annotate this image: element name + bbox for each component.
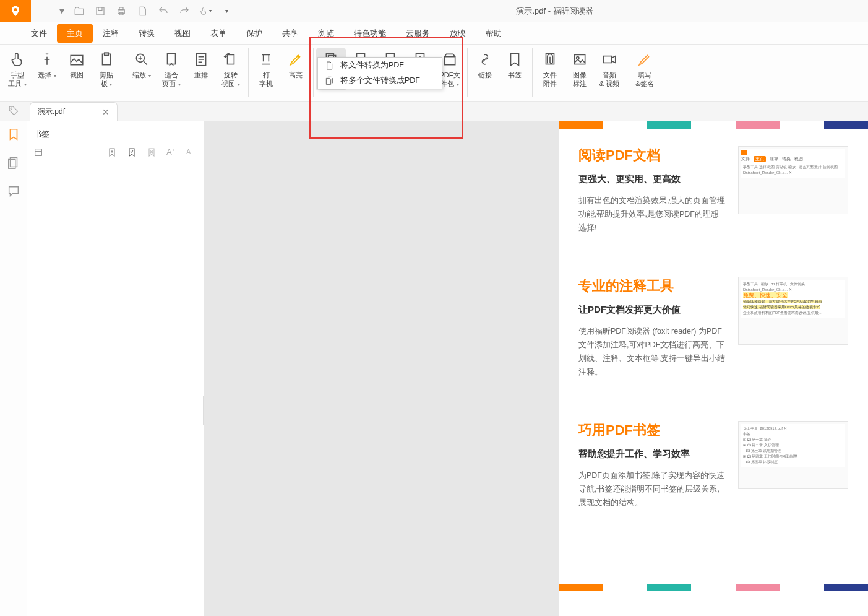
menu-view[interactable]: 视图	[165, 24, 200, 43]
fit-page-icon	[161, 50, 181, 69]
document-tab-title: 演示.pdf	[38, 106, 65, 117]
ribbon-image-annot[interactable]: 图像 标注	[565, 48, 595, 89]
text-smaller-icon[interactable]: A-	[186, 147, 197, 158]
ribbon-label: 缩放 ▾	[132, 71, 150, 80]
doc-section-annotate: 专业的注释工具 让PDF文档发挥更大价值 使用福昕PDF阅读器 (foxit r…	[578, 277, 848, 379]
quick-access-toolbar: ▾ ▾ ▾ 演示.pdf - 福昕阅读器	[0, 0, 868, 22]
comments-panel-icon[interactable]	[6, 183, 22, 199]
ribbon-reflow[interactable]: 重排	[186, 48, 216, 80]
ribbon-fill-sign[interactable]: 填写 &签名	[630, 48, 660, 89]
menu-bar: 文件 主页 注释 转换 视图 表单 保护 共享 浏览 特色功能 云服务 放映 帮…	[0, 22, 868, 45]
image-annot-icon	[570, 50, 590, 69]
text-larger-icon[interactable]: A+	[166, 147, 178, 158]
document-tab[interactable]: 演示.pdf ✕	[30, 102, 118, 121]
menu-help[interactable]: 帮助	[476, 24, 512, 43]
dropdown-item-label: 将文件转换为PDF	[340, 60, 404, 71]
svg-rect-2	[119, 7, 123, 10]
touch-mode-icon[interactable]: ▾	[199, 5, 212, 17]
menu-protect[interactable]: 保护	[236, 24, 272, 43]
ribbon-link[interactable]: 链接	[470, 48, 500, 80]
ribbon-highlight[interactable]: 高亮	[281, 48, 311, 80]
save-icon[interactable]	[94, 5, 106, 17]
menu-present[interactable]: 放映	[440, 24, 476, 43]
panel-title: 书签	[33, 126, 197, 146]
svg-rect-18	[574, 54, 585, 64]
files-icon	[324, 76, 334, 86]
qat-more-icon[interactable]: ▾	[220, 5, 233, 17]
redo-icon[interactable]	[178, 5, 191, 17]
ribbon-label: 链接	[478, 71, 492, 79]
menu-browse[interactable]: 浏览	[308, 24, 344, 43]
section-body: 拥有出色的文档渲染效果,强大的页面管理功能,帮助提升效率,是您阅读PDF的理想选…	[578, 194, 726, 235]
close-tab-icon[interactable]: ✕	[102, 107, 110, 117]
section-heading: 专业的注释工具	[578, 277, 726, 295]
ribbon-zoom[interactable]: 缩放 ▾	[127, 48, 157, 82]
ribbon-label: 选择 ▾	[38, 71, 56, 80]
ribbon-select[interactable]: 选择 ▾	[32, 48, 62, 82]
decorative-stripe	[559, 584, 868, 591]
svg-rect-10	[228, 54, 234, 64]
link-icon	[475, 50, 495, 69]
ribbon-audio-video[interactable]: 音频 & 视频	[595, 48, 624, 89]
svg-rect-8	[168, 53, 176, 64]
ribbon-label: 手型 工具 ▾	[8, 71, 26, 89]
ribbon-label: 填写 &签名	[635, 71, 653, 88]
file-icon	[324, 61, 334, 71]
menu-share[interactable]: 共享	[272, 24, 308, 43]
new-doc-icon[interactable]	[136, 5, 148, 17]
section-subheading: 帮助您提升工作、学习效率	[578, 448, 726, 460]
open-icon[interactable]	[73, 5, 85, 17]
ribbon-rotate-view[interactable]: 旋转 视图 ▾	[216, 48, 246, 90]
ribbon-fit-page[interactable]: 适合 页面 ▾	[157, 48, 186, 90]
ribbon-label: 音频 & 视频	[599, 71, 619, 88]
bookmark-checked-icon[interactable]	[127, 147, 138, 158]
brand-menu-drop-icon[interactable]: ▾	[59, 5, 64, 17]
print-icon[interactable]	[115, 5, 127, 17]
pdf-page: 阅读PDF文档 更强大、更实用、更高效 拥有出色的文档渲染效果,强大的页面管理功…	[559, 121, 868, 616]
menu-convert[interactable]: 转换	[129, 24, 165, 43]
ribbon-typewriter[interactable]: 打 字机	[251, 48, 281, 89]
svg-rect-24	[35, 149, 42, 156]
rotate-view-icon	[221, 50, 241, 69]
ribbon-bookmark[interactable]: 书签	[500, 48, 530, 80]
dropdown-convert-to-pdf[interactable]: 将文件转换为PDF	[318, 58, 442, 73]
bookmark-panel-icon[interactable]	[6, 126, 22, 142]
left-icon-bar	[0, 121, 27, 616]
ribbon-snapshot[interactable]: 截图	[62, 48, 92, 80]
ribbon-label: 图像 标注	[573, 71, 587, 88]
menu-form[interactable]: 表单	[200, 24, 236, 43]
menu-features[interactable]: 特色功能	[344, 24, 396, 43]
section-body: 为PDF页面添加书签,除了实现内容的快速导航,书签还能指明不同书签的层级关系,展…	[578, 469, 726, 510]
menu-cloud[interactable]: 云服务	[396, 24, 440, 43]
menu-comment[interactable]: 注释	[93, 24, 129, 43]
section-subheading: 更强大、更实用、更高效	[578, 173, 726, 185]
audio-video-icon	[599, 50, 619, 69]
section-heading: 阅读PDF文档	[578, 146, 726, 165]
pages-panel-icon[interactable]	[6, 155, 22, 171]
bookmark-icon	[505, 50, 525, 69]
tag-icon[interactable]	[0, 101, 27, 121]
undo-icon[interactable]	[157, 5, 170, 17]
dropdown-convert-multi-to-pdf[interactable]: 将多个文件转换成PDF	[318, 73, 442, 89]
dropdown-item-label: 将多个文件转换成PDF	[340, 76, 420, 86]
bookmarks-panel: 书签 A+ A-	[27, 121, 204, 616]
svg-rect-1	[118, 9, 125, 13]
menu-home[interactable]: 主页	[57, 24, 93, 43]
ribbon-clipboard[interactable]: 剪贴 板 ▾	[92, 48, 121, 90]
panel-layout-icon[interactable]	[33, 147, 45, 158]
ribbon-hand-tool[interactable]: 手型 工具 ▾	[2, 48, 32, 90]
ribbon-label: 打 字机	[259, 71, 273, 88]
delete-bookmark-icon[interactable]	[147, 147, 158, 158]
window-title: 演示.pdf - 福昕阅读器	[241, 6, 868, 17]
menu-file[interactable]: 文件	[21, 24, 57, 43]
snapshot-icon	[67, 50, 87, 69]
svg-rect-20	[603, 56, 611, 63]
add-bookmark-icon[interactable]	[107, 147, 118, 158]
document-view[interactable]: 阅读PDF文档 更强大、更实用、更高效 拥有出色的文档渲染效果,强大的页面管理功…	[204, 121, 868, 616]
doc-section-bookmark: 巧用PDF书签 帮助您提升工作、学习效率 为PDF页面添加书签,除了实现内容的快…	[578, 421, 848, 510]
doc-section-read: 阅读PDF文档 更强大、更实用、更高效 拥有出色的文档渲染效果,强大的页面管理功…	[578, 146, 848, 235]
ribbon-file-attach[interactable]: 文件 附件	[535, 48, 565, 89]
ribbon-label: 书签	[508, 71, 522, 79]
fill-sign-icon	[635, 50, 655, 69]
typewriter-icon	[256, 50, 276, 69]
